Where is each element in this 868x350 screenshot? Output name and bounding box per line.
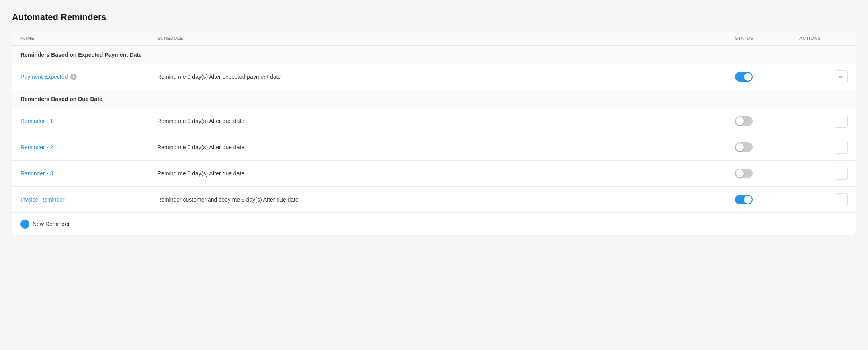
dots-button[interactable]: ⋮ bbox=[835, 167, 848, 180]
actions-cell: ⋮ bbox=[799, 167, 848, 180]
actions-cell: ⋮ bbox=[799, 193, 848, 206]
table-row: Payment Expected i Remind me 0 day(s) Af… bbox=[12, 64, 856, 90]
section-due-date: Reminders Based on Due Date bbox=[12, 90, 856, 108]
col-status: STATUS bbox=[735, 36, 799, 41]
toggle-reminder-2[interactable] bbox=[735, 142, 799, 152]
section-label-due: Reminders Based on Due Date bbox=[20, 96, 848, 102]
table-header: NAME SCHEDULE STATUS ACTIONS bbox=[12, 31, 856, 46]
section-expected-payment: Reminders Based on Expected Payment Date bbox=[12, 46, 856, 64]
reminder-name-payment-expected[interactable]: Payment Expected i bbox=[20, 74, 157, 80]
toggle-payment-expected[interactable] bbox=[735, 72, 799, 82]
table-row: Reminder - 3 Remind me 0 day(s) After du… bbox=[12, 161, 856, 187]
toggle-invoice-reminder[interactable] bbox=[735, 195, 799, 204]
section-label-expected: Reminders Based on Expected Payment Date bbox=[20, 51, 848, 58]
add-reminder-icon[interactable]: + bbox=[20, 220, 29, 229]
col-name: NAME bbox=[20, 36, 157, 41]
reminder-name-2[interactable]: Reminder - 2 bbox=[20, 144, 157, 150]
table-row: Invoice-Reminder Reminder customer and c… bbox=[12, 187, 856, 213]
dots-icon: ⋮ bbox=[837, 170, 845, 177]
table-row: Reminder - 2 Remind me 0 day(s) After du… bbox=[12, 134, 856, 161]
col-actions: ACTIONS bbox=[799, 36, 848, 41]
reminder-name-3[interactable]: Reminder - 3 bbox=[20, 170, 157, 177]
add-reminder-row[interactable]: + New Reminder bbox=[12, 213, 856, 235]
pencil-icon: ✏ bbox=[839, 74, 843, 80]
actions-cell: ⋮ bbox=[799, 115, 848, 128]
reminders-table: NAME SCHEDULE STATUS ACTIONS Reminders B… bbox=[12, 31, 856, 235]
table-row: Reminder - 1 Remind me 0 day(s) After du… bbox=[12, 108, 856, 134]
schedule-text: Remind me 0 day(s) After due date bbox=[157, 144, 735, 150]
toggle-reminder-1[interactable] bbox=[735, 116, 799, 126]
schedule-text: Remind me 0 day(s) After due date bbox=[157, 170, 735, 177]
info-icon[interactable]: i bbox=[70, 74, 77, 80]
dots-button[interactable]: ⋮ bbox=[835, 193, 848, 206]
schedule-text: Remind me 0 day(s) After due date bbox=[157, 118, 735, 124]
dots-icon: ⋮ bbox=[837, 117, 845, 125]
toggle-reminder-3[interactable] bbox=[735, 169, 799, 178]
dots-icon: ⋮ bbox=[837, 196, 845, 203]
dots-button[interactable]: ⋮ bbox=[835, 141, 848, 154]
reminder-name-1[interactable]: Reminder - 1 bbox=[20, 118, 157, 124]
dots-icon: ⋮ bbox=[837, 144, 845, 151]
reminder-name-invoice[interactable]: Invoice-Reminder bbox=[20, 196, 157, 203]
actions-cell: ✏ bbox=[799, 70, 848, 83]
edit-button[interactable]: ✏ bbox=[835, 70, 848, 83]
col-schedule: SCHEDULE bbox=[157, 36, 735, 41]
schedule-text: Reminder customer and copy me 5 day(s) A… bbox=[157, 196, 735, 203]
schedule-text: Remind me 0 day(s) After expected paymen… bbox=[157, 74, 735, 80]
add-reminder-label: New Reminder bbox=[33, 221, 70, 227]
actions-cell: ⋮ bbox=[799, 141, 848, 154]
page-title: Automated Reminders bbox=[12, 12, 856, 23]
dots-button[interactable]: ⋮ bbox=[835, 115, 848, 128]
